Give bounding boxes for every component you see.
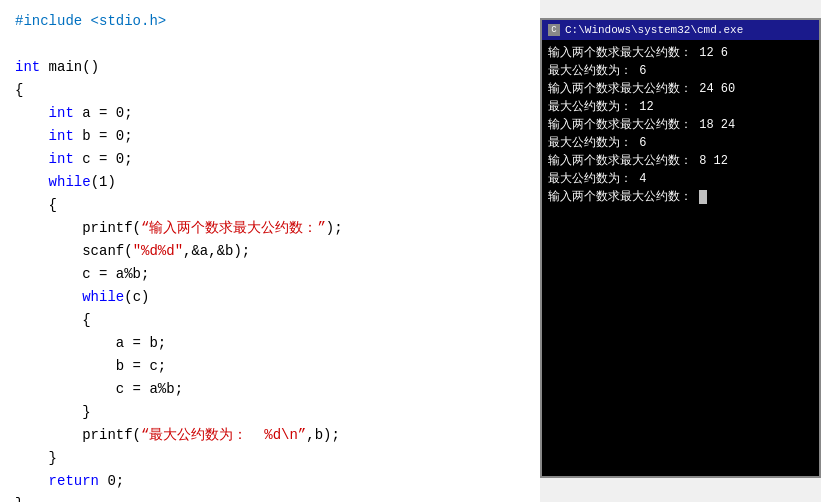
keyword-return: return: [49, 473, 99, 489]
code-line-3: int main(): [15, 56, 525, 79]
code-line-21: return 0;: [15, 470, 525, 493]
code-line-2: [15, 33, 525, 56]
keyword-int: int: [15, 59, 40, 75]
include-directive: #include <stdio.h>: [15, 13, 166, 29]
code-line-17: c = a%b;: [15, 378, 525, 401]
code-line-15: a = b;: [15, 332, 525, 355]
cmd-output-line-8: 最大公约数为： 4: [548, 170, 813, 188]
keyword-int-a: int: [49, 105, 74, 121]
code-line-16: b = c;: [15, 355, 525, 378]
cmd-output-line-5: 输入两个数求最大公约数： 18 24: [548, 116, 813, 134]
code-line-5: int a = 0;: [15, 102, 525, 125]
code-line-6: int b = 0;: [15, 125, 525, 148]
code-line-19: printf(“最大公约数为： %d\n”,b);: [15, 424, 525, 447]
cmd-window: C C:\Windows\system32\cmd.exe 输入两个数求最大公约…: [540, 18, 821, 478]
keyword-int-c: int: [49, 151, 74, 167]
code-line-12: c = a%b;: [15, 263, 525, 286]
code-line-10: printf(“输入两个数求最大公约数：”);: [15, 217, 525, 240]
cmd-output: 输入两个数求最大公约数： 12 6 最大公约数为： 6 输入两个数求最大公约数：…: [542, 40, 819, 476]
code-line-4: {: [15, 79, 525, 102]
cmd-titlebar: C C:\Windows\system32\cmd.exe: [542, 20, 819, 40]
code-line-22: }: [15, 493, 525, 502]
code-line-20: }: [15, 447, 525, 470]
keyword-while1: while: [49, 174, 91, 190]
cmd-output-line-6: 最大公约数为： 6: [548, 134, 813, 152]
cmd-output-line-2: 最大公约数为： 6: [548, 62, 813, 80]
main-fn: main(): [40, 59, 99, 75]
scanf-fmt: "%d%d": [133, 243, 183, 259]
keyword-int-b: int: [49, 128, 74, 144]
cmd-output-line-3: 输入两个数求最大公约数： 24 60: [548, 80, 813, 98]
code-line-11: scanf("%d%d",&a,&b);: [15, 240, 525, 263]
code-line-7: int c = 0;: [15, 148, 525, 171]
code-line-18: }: [15, 401, 525, 424]
code-line-13: while(c): [15, 286, 525, 309]
cmd-output-line-7: 输入两个数求最大公约数： 8 12: [548, 152, 813, 170]
code-line-14: {: [15, 309, 525, 332]
cmd-cursor: [699, 190, 707, 204]
cmd-output-line-9: 输入两个数求最大公约数：: [548, 188, 813, 206]
code-line-1: #include <stdio.h>: [15, 10, 525, 33]
cmd-output-line-1: 输入两个数求最大公约数： 12 6: [548, 44, 813, 62]
cmd-output-line-4: 最大公约数为： 12: [548, 98, 813, 116]
printf-str-1: “输入两个数求最大公约数：”: [141, 220, 326, 236]
printf-str-2: “最大公约数为： %d\n”: [141, 427, 306, 443]
code-editor: #include <stdio.h> int main() { int a = …: [0, 0, 540, 502]
cmd-title: C:\Windows\system32\cmd.exe: [565, 24, 743, 36]
code-line-9: {: [15, 194, 525, 217]
code-line-8: while(1): [15, 171, 525, 194]
cmd-icon: C: [548, 24, 560, 36]
keyword-whilec: while: [82, 289, 124, 305]
